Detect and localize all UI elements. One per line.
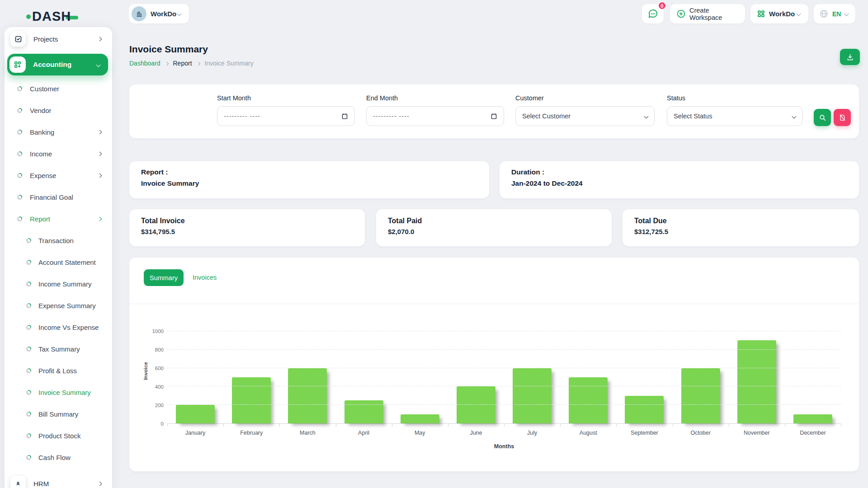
- sidebar-item-expense[interactable]: Expense: [5, 164, 112, 186]
- gridline: [167, 331, 841, 331]
- sidebar-item-income[interactable]: Income: [5, 143, 112, 164]
- bar-january[interactable]: [176, 405, 215, 423]
- chevron-down-icon: [644, 114, 649, 118]
- sidebar-item-income-vs-expense[interactable]: Income Vs Expense: [5, 316, 112, 338]
- bar-february[interactable]: [232, 377, 271, 423]
- duration-info-value: Jan-2024 to Dec-2024: [511, 179, 847, 188]
- x-tick: [673, 424, 673, 427]
- x-tick: [729, 424, 729, 427]
- x-axis-label: April: [336, 430, 392, 436]
- bullet-icon: [26, 433, 31, 438]
- x-axis-label: May: [392, 430, 448, 436]
- x-tick: [279, 424, 280, 427]
- sidebar-item-profit-loss[interactable]: Profit & Loss: [5, 360, 112, 381]
- x-axis-label: September: [616, 430, 672, 436]
- gridline: [167, 404, 841, 405]
- bar-slot: [616, 331, 672, 423]
- sidebar-item-account-statement[interactable]: Account Statement: [5, 251, 112, 273]
- sidebar-item-financial-goal[interactable]: Financial Goal: [5, 186, 112, 208]
- create-workspace-button[interactable]: Create Workspace: [670, 4, 745, 23]
- report-info-value: Invoice Summary: [141, 179, 477, 188]
- plus-circle-icon: [676, 9, 686, 19]
- bar-august[interactable]: [569, 377, 608, 423]
- workspace-avatar: [132, 6, 146, 21]
- sidebar-item-banking[interactable]: Banking: [5, 121, 112, 143]
- bar-may[interactable]: [401, 414, 439, 423]
- reset-filter-button[interactable]: [834, 109, 851, 126]
- bar-april[interactable]: [344, 400, 383, 423]
- bullet-icon: [26, 368, 31, 373]
- tab-summary[interactable]: Summary: [144, 269, 184, 286]
- brand-logo[interactable]: DASH: [26, 9, 78, 24]
- bar-slot: [729, 331, 785, 423]
- sidebar-item-tax-summary[interactable]: Tax Summary: [5, 338, 112, 360]
- x-axis-label: November: [729, 430, 785, 436]
- tab-invoices[interactable]: Invoices: [193, 274, 217, 281]
- bar-slot: [167, 331, 223, 423]
- bar-march[interactable]: [288, 368, 327, 423]
- messages-button[interactable]: 0: [642, 4, 664, 23]
- x-tick: [167, 424, 168, 427]
- bar-october[interactable]: [681, 368, 720, 423]
- bar-november[interactable]: [737, 340, 776, 423]
- report-info-title: Report :: [141, 168, 477, 176]
- bar-september[interactable]: [625, 396, 664, 423]
- end-month-input[interactable]: --------- ----: [366, 106, 504, 126]
- sidebar-item-expense-summary[interactable]: Expense Summary: [5, 295, 112, 316]
- bar-slot: [392, 331, 448, 423]
- workdo-menu-button[interactable]: WorkDo: [750, 4, 808, 23]
- chevron-right-icon: [165, 61, 168, 65]
- status-label: Status: [667, 94, 802, 102]
- x-axis-label: March: [279, 430, 335, 436]
- customer-select[interactable]: Select Customer: [515, 106, 655, 126]
- bullet-icon: [17, 108, 22, 113]
- sidebar: Projects Accounting Customer Vendor Bank…: [5, 27, 112, 488]
- chevron-right-icon: [98, 173, 102, 178]
- bullet-icon: [17, 216, 22, 221]
- chevron-down-icon: [96, 62, 101, 67]
- download-button[interactable]: [840, 49, 860, 65]
- sidebar-item-report[interactable]: Report: [5, 208, 112, 230]
- bar-june[interactable]: [457, 386, 495, 423]
- sidebar-item-customer[interactable]: Customer: [5, 78, 112, 99]
- end-month-label: End Month: [366, 94, 504, 102]
- sidebar-item-income-summary[interactable]: Income Summary: [5, 273, 112, 295]
- customer-label: Customer: [515, 94, 655, 102]
- sidebar-item-cash-flow[interactable]: Cash Flow: [5, 446, 112, 468]
- gridline: [167, 368, 841, 368]
- apply-filter-button[interactable]: [814, 109, 831, 126]
- sidebar-item-hrm[interactable]: HRM: [5, 472, 112, 488]
- report-info-card: Report : Invoice Summary: [129, 161, 489, 198]
- start-month-label: Start Month: [217, 94, 355, 102]
- sidebar-item-product-stock[interactable]: Product Stock: [5, 425, 112, 446]
- filter-card: Start Month --------- ---- End Month ---…: [129, 84, 859, 138]
- breadcrumb-dashboard[interactable]: Dashboard: [129, 60, 160, 67]
- breadcrumb-report[interactable]: Report: [173, 60, 192, 67]
- x-tick: [448, 424, 448, 427]
- x-axis-labels: JanuaryFebruaryMarchAprilMayJuneJulyAugu…: [167, 430, 841, 436]
- workspace-switcher[interactable]: WorkDo: [129, 4, 189, 23]
- sidebar-item-accounting[interactable]: Accounting: [7, 54, 108, 75]
- status-select[interactable]: Select Status: [667, 106, 802, 126]
- bullet-icon: [17, 86, 22, 91]
- stat-total-paid: Total Paid $2,070.0: [376, 209, 612, 246]
- x-ticks: [167, 424, 841, 427]
- sidebar-item-projects[interactable]: Projects: [5, 27, 112, 51]
- stat-total-invoice: Total Invoice $314,795.5: [129, 209, 365, 246]
- start-month-input[interactable]: --------- ----: [217, 106, 355, 126]
- x-tick: [336, 424, 336, 427]
- sidebar-item-bill-summary[interactable]: Bill Summary: [5, 403, 112, 425]
- accounting-submenu: Customer Vendor Banking Income Expense: [5, 78, 112, 468]
- chart-plot: [167, 331, 841, 424]
- chevron-down-icon: [844, 12, 849, 16]
- bar-december[interactable]: [793, 414, 832, 423]
- bar-slot: [504, 331, 560, 423]
- sidebar-item-transaction[interactable]: Transaction: [5, 230, 112, 251]
- sidebar-item-vendor[interactable]: Vendor: [5, 99, 112, 121]
- brand-name: DASH: [32, 9, 71, 24]
- sidebar-item-invoice-summary[interactable]: Invoice Summary: [5, 381, 112, 403]
- y-tick-label: 400: [155, 384, 164, 389]
- bullet-icon: [17, 173, 22, 178]
- bar-july[interactable]: [513, 368, 552, 423]
- language-selector[interactable]: EN: [814, 4, 855, 23]
